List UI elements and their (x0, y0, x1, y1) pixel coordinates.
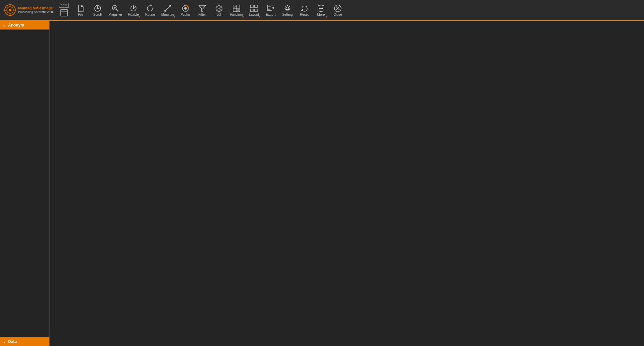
svg-rect-31 (235, 7, 236, 8)
close-icon (333, 4, 342, 13)
svg-point-23 (184, 7, 186, 9)
layout-dropdown-arrow: ▼ (259, 16, 261, 18)
toolbar-dcm[interactable]: DCM (56, 0, 72, 20)
pcolor-icon (181, 4, 190, 13)
fittable-dropdown-arrow: ▼ (138, 16, 141, 18)
data-chevron-icon: ⌄ (3, 339, 6, 344)
sidebar-data-header[interactable]: ⌄ Data (0, 337, 49, 346)
toolbar-file[interactable]: File (72, 0, 89, 20)
function-icon (232, 4, 241, 13)
sidebar-anonym-header[interactable]: ⌄ Anonym (0, 21, 49, 30)
toolbar-magnifier[interactable]: Magnifier (106, 0, 125, 20)
svg-point-16 (133, 8, 134, 9)
svg-point-45 (322, 8, 323, 9)
svg-point-43 (319, 8, 320, 9)
svg-point-2 (9, 9, 11, 11)
svg-rect-37 (267, 5, 272, 10)
app-subtitle: Processing Software V3.0 (18, 10, 53, 14)
svg-marker-24 (199, 5, 206, 11)
magnifier-label: Magnifier (109, 13, 122, 16)
scroll-label: Scroll (93, 13, 102, 16)
layout-icon (250, 4, 258, 13)
anonym-chevron-icon: ⌄ (3, 23, 6, 27)
function-dropdown-arrow: ▼ (242, 16, 244, 18)
more-label: More (317, 13, 325, 16)
filter-icon (198, 4, 207, 13)
toolbar-export[interactable]: Export (262, 0, 279, 20)
app-name: Niumag NMR Image (18, 6, 53, 10)
main-area: ⌄ Anonym ⌄ Data (0, 21, 644, 346)
logo-text: Niumag NMR Image Processing Software V3.… (18, 6, 53, 14)
toolbar-filter[interactable]: Filter (194, 0, 211, 20)
rotate-label: Rotate (145, 13, 155, 16)
toolbar-rotate[interactable]: Rotate (142, 0, 159, 20)
reset-label: Reset (300, 13, 309, 16)
toolbar-scroll[interactable]: Scroll (89, 0, 106, 20)
sidebar-data-label: Data (8, 339, 17, 344)
canvas-area (50, 21, 644, 346)
svg-point-10 (97, 8, 98, 9)
toolbar-layout[interactable]: Layout ▼ (246, 0, 262, 20)
more-icon (317, 4, 325, 13)
3d-label: 3D (217, 13, 221, 16)
file-icon (76, 4, 85, 13)
fittable-label: Fittable (128, 13, 139, 16)
export-label: Export (266, 13, 276, 16)
toolbar-3d[interactable]: 3D (211, 0, 227, 20)
logo-area: Niumag NMR Image Processing Software V3.… (1, 4, 56, 16)
close-label: Close (333, 13, 342, 16)
toolbar-setting[interactable]: Setting (279, 0, 296, 20)
3d-icon (215, 4, 223, 13)
rotate-icon (146, 4, 155, 13)
svg-rect-32 (237, 9, 238, 10)
sidebar: ⌄ Anonym ⌄ Data (0, 21, 50, 346)
svg-rect-7 (61, 9, 67, 16)
svg-line-12 (116, 9, 118, 11)
fittable-icon (129, 4, 138, 13)
svg-point-44 (320, 8, 321, 9)
toolbar-fittable[interactable]: Fittable ▼ (125, 0, 142, 20)
setting-icon (283, 4, 292, 13)
reset-icon (300, 4, 309, 13)
toolbar-pcolor[interactable]: Pcolor (177, 0, 194, 20)
app-logo (4, 4, 16, 16)
pcolor-label: Pcolor (180, 13, 190, 16)
toolbar-close[interactable]: Close (329, 0, 346, 20)
svg-point-42 (286, 7, 289, 10)
svg-rect-36 (255, 9, 257, 12)
filter-label: Filter (198, 13, 206, 16)
measure-icon (163, 4, 172, 13)
setting-label: Setting (282, 13, 292, 16)
measure-dropdown-arrow: ▼ (173, 16, 176, 18)
scroll-icon (93, 4, 102, 13)
svg-line-17 (165, 5, 171, 11)
measure-label: Measure (161, 13, 174, 16)
toolbar-reset[interactable]: Reset (296, 0, 313, 20)
toolbar-more[interactable]: More ▼ (313, 0, 329, 20)
more-dropdown-arrow: ▼ (326, 16, 328, 18)
toolbar: Niumag NMR Image Processing Software V3.… (0, 0, 644, 21)
toolbar-function[interactable]: Function ▼ (227, 0, 246, 20)
sidebar-anonym-content (0, 30, 49, 337)
magnifier-icon (111, 4, 120, 13)
svg-rect-35 (251, 9, 253, 12)
function-label: Function (230, 13, 243, 16)
toolbar-measure[interactable]: Measure ▼ (159, 0, 177, 20)
dcm-icon (60, 8, 68, 17)
export-icon (266, 4, 275, 13)
sidebar-anonym-label: Anonym (8, 23, 24, 27)
svg-rect-33 (251, 5, 253, 8)
layout-label: Layout (249, 13, 259, 16)
sidebar-bottom: ⌄ Data (0, 337, 49, 346)
svg-rect-34 (255, 5, 257, 8)
file-label: File (78, 13, 84, 16)
